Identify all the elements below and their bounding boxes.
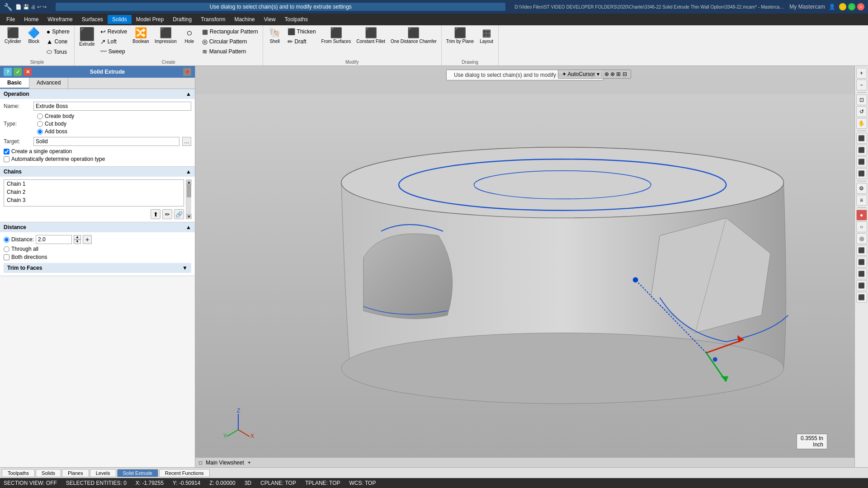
menu-view[interactable]: View (259, 15, 280, 24)
menu-surfaces[interactable]: Surfaces (77, 15, 108, 24)
chain-up-button[interactable]: ⬆ (151, 209, 160, 219)
ribbon-extrude-button[interactable]: ⬛ Extrude (77, 27, 97, 47)
distance-section-header[interactable]: Distance ▲ (0, 222, 195, 232)
menu-drafting[interactable]: Drafting (168, 15, 196, 24)
ribbon-manual-pattern-button[interactable]: ≋ Manual Pattern (200, 47, 260, 56)
name-input[interactable] (33, 102, 191, 111)
ribbon-trimbyplane-button[interactable]: ⬛ Trim by Plane (444, 27, 476, 45)
rt-view1[interactable]: ⬛ (856, 133, 867, 144)
rt-extra2[interactable]: ○ (856, 221, 867, 232)
maximize-button[interactable]: □ (848, 3, 855, 10)
target-browse-button[interactable]: … (182, 137, 191, 146)
chains-section-header[interactable]: Chains ▲ (0, 167, 195, 177)
chain-item-1[interactable]: Chain 1 (4, 180, 184, 188)
scroll-thumb[interactable] (187, 184, 191, 197)
ribbon-cone-button[interactable]: ▲ Cone (45, 37, 71, 46)
menu-home[interactable]: Home (19, 15, 43, 24)
rt-fit[interactable]: ⊡ (856, 94, 867, 105)
bottom-tab-recentfunctions[interactable]: Recent Functions (159, 469, 210, 477)
window-controls[interactable]: — □ ✕ (839, 3, 864, 10)
ribbon-thicken-button[interactable]: ⬛ Thicken (286, 27, 318, 36)
ribbon-draft-button[interactable]: ✏ Draft (286, 37, 318, 46)
ribbon-revolve-button[interactable]: ↩ Revolve (99, 27, 129, 36)
distance-decrement[interactable]: ▼ (74, 239, 81, 244)
rt-rotate[interactable]: ↺ (856, 106, 867, 117)
chain-item-3[interactable]: Chain 3 (4, 196, 184, 204)
chain-item-2[interactable]: Chain 2 (4, 188, 184, 196)
ribbon-fromsurfaces-button[interactable]: ⬛ From Surfaces (320, 27, 353, 45)
ok-button[interactable]: ✓ (14, 68, 22, 76)
tab-advanced[interactable]: Advanced (29, 78, 68, 89)
rt-zoom-out[interactable]: − (856, 80, 867, 90)
ribbon-shell-button[interactable]: 🐚 Shell (266, 27, 284, 45)
distance-radio[interactable] (4, 237, 9, 243)
rt-extra4[interactable]: ⬛ (856, 245, 867, 256)
ribbon-layout-button[interactable]: ▦ Layout (477, 27, 495, 45)
rt-extra7[interactable]: ⬛ (856, 280, 867, 291)
ribbon-chamfer-button[interactable]: ⬛ One Distance Chamfer (389, 27, 439, 45)
ribbon-torus-button[interactable]: ⬭ Torus (45, 47, 71, 56)
chain-edit-button[interactable]: ✏ (162, 209, 172, 219)
viewsheet-label[interactable]: Main Viewsheet (206, 460, 244, 466)
target-input[interactable] (33, 137, 179, 146)
ribbon-boolean-button[interactable]: 🔀 Boolean (131, 27, 151, 45)
chains-scrollbar[interactable]: ▲ ▼ (186, 179, 191, 219)
menu-transform[interactable]: Transform (196, 15, 230, 24)
rt-view4[interactable]: ⬛ (856, 168, 867, 179)
close-button[interactable]: ✕ (857, 3, 864, 10)
help-button[interactable]: ? (4, 68, 12, 76)
tab-basic[interactable]: Basic (0, 78, 29, 89)
rt-extra8[interactable]: ⬛ (856, 292, 867, 303)
bottom-tab-solids[interactable]: Solids (36, 469, 61, 477)
trim-to-faces-header[interactable]: Trim to Faces ▼ (4, 263, 191, 273)
menu-modelprep[interactable]: Model Prep (132, 15, 168, 24)
rt-view2[interactable]: ⬛ (856, 145, 867, 155)
rt-filter[interactable]: ≡ (856, 195, 867, 206)
create-body-radio[interactable] (37, 113, 43, 119)
rt-pan[interactable]: ✋ (856, 118, 867, 129)
bottom-tab-levels[interactable]: Levels (90, 469, 116, 477)
viewport[interactable]: Use dialog to select chain(s) and to mod… (195, 66, 854, 467)
ribbon-block-button[interactable]: 🔷 Block (25, 27, 43, 45)
rt-view3[interactable]: ⬛ (856, 156, 867, 167)
bottom-tab-toolpaths[interactable]: Toolpaths (2, 469, 35, 477)
menu-machine[interactable]: Machine (230, 15, 259, 24)
distance-input[interactable] (36, 235, 72, 244)
ribbon-sphere-button[interactable]: ● Sphere (45, 27, 71, 36)
rt-extra5[interactable]: ⬛ (856, 257, 867, 267)
distance-increment[interactable]: ▲ (74, 235, 81, 239)
chain-link-button[interactable]: 🔗 (174, 209, 184, 219)
pin-button[interactable]: 📌 (183, 68, 191, 76)
ribbon-circ-pattern-button[interactable]: ◎ Circular Pattern (200, 37, 260, 46)
rt-extra6[interactable]: ⬛ (856, 268, 867, 279)
rt-settings[interactable]: ⚙ (856, 183, 867, 194)
ribbon-impression-button[interactable]: ⬛ Impression (153, 27, 179, 45)
ribbon-rect-pattern-button[interactable]: ▦ Rectangular Pattern (200, 27, 260, 36)
ribbon-loft-button[interactable]: ↗ Loft (99, 37, 129, 46)
ribbon-hole-button[interactable]: ○ Hole (180, 27, 198, 45)
operation-section-header[interactable]: Operation ▲ (0, 89, 195, 99)
bottom-tab-planes[interactable]: Planes (62, 469, 89, 477)
menu-toolpaths[interactable]: Toolpaths (280, 15, 312, 24)
cut-body-radio[interactable] (37, 121, 43, 127)
cancel-button[interactable]: ✕ (24, 68, 32, 76)
distance-add-button[interactable]: + (83, 235, 92, 244)
rt-zoom-in[interactable]: + (856, 68, 867, 79)
scroll-down-arrow[interactable]: ▼ (186, 214, 192, 219)
menu-solids[interactable]: Solids (108, 15, 132, 24)
auto-operation-checkbox[interactable] (4, 156, 9, 162)
ribbon-cylinder-button[interactable]: ⬛ Cylinder (3, 27, 23, 45)
through-all-radio[interactable] (4, 246, 9, 252)
rt-extra3[interactable]: ◎ (856, 233, 867, 244)
viewsheet-add[interactable]: + (248, 460, 251, 466)
minimize-button[interactable]: — (839, 3, 846, 10)
rt-extra1[interactable]: ● (856, 210, 867, 221)
both-directions-checkbox[interactable] (4, 254, 9, 260)
menu-wireframe[interactable]: Wireframe (43, 15, 77, 24)
menu-file[interactable]: File (2, 15, 19, 24)
ribbon-sweep-button[interactable]: 〰 Sweep (99, 47, 129, 56)
add-boss-radio[interactable] (37, 129, 43, 135)
single-operation-checkbox[interactable] (4, 149, 9, 155)
ribbon-constfillet-button[interactable]: ⬛ Constant Fillet (354, 27, 387, 45)
bottom-tab-solidextrude[interactable]: Solid Extrude (117, 469, 158, 477)
